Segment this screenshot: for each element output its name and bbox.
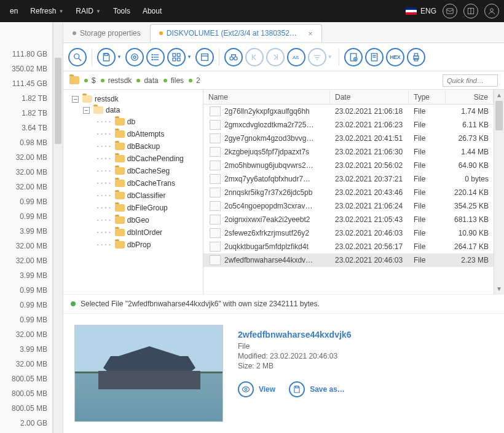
print-button[interactable] bbox=[407, 48, 425, 66]
storage-size-item[interactable]: 3.99 MB bbox=[0, 268, 52, 283]
tab-diskvolume[interactable]: DISKVOLUME1 (Ext2/3/4 at 13803520 on WD_… bbox=[150, 24, 322, 42]
storage-size-item[interactable]: 3.64 TB bbox=[0, 121, 52, 135]
col-name[interactable]: Name bbox=[203, 90, 330, 104]
storage-size-item[interactable]: 32.00 MB bbox=[0, 150, 52, 165]
storage-size-item[interactable]: 800.05 MB bbox=[0, 401, 52, 416]
storage-size-item[interactable]: 32.00 MB bbox=[0, 253, 52, 268]
eye-icon bbox=[238, 381, 254, 397]
storage-size-item[interactable]: 0.99 MB bbox=[0, 209, 52, 224]
file-row[interactable]: 2mxq7yy6atofqbfxhudr7…23.02.2021 20:37:2… bbox=[203, 172, 494, 186]
menu-tools[interactable]: Tools bbox=[108, 4, 135, 18]
file-scrollbar[interactable]: ▲ ▼ bbox=[494, 90, 504, 294]
tree-node[interactable]: ····dbAttempts bbox=[66, 128, 200, 140]
storage-size-item[interactable]: 32.00 MB bbox=[0, 431, 52, 433]
storage-size-item[interactable]: 3.99 MB bbox=[0, 342, 52, 357]
storage-size-item[interactable]: 1.82 TB bbox=[0, 106, 52, 121]
case-button[interactable]: Aß bbox=[287, 48, 305, 66]
filter-button[interactable] bbox=[308, 48, 326, 66]
tree-node[interactable]: ····dbGeo bbox=[66, 214, 200, 226]
storage-size-item[interactable]: 0.99 MB bbox=[0, 283, 52, 298]
file-row[interactable]: 2uqkktbugar5mfdplzfikd4t23.02.2021 20:56… bbox=[203, 240, 494, 253]
storage-size-item[interactable]: 1.82 TB bbox=[0, 91, 52, 106]
tab-storage-properties[interactable]: Storage properties bbox=[63, 24, 150, 42]
menu-about[interactable]: About bbox=[138, 4, 167, 18]
file-row[interactable]: 2mo5hbwnug6jubqvwrs2…23.02.2021 20:56:02… bbox=[203, 159, 494, 172]
file-header: Name Date Type Size bbox=[203, 90, 494, 105]
tree-node[interactable]: ····dbClassifier bbox=[66, 189, 200, 202]
grid-button[interactable] bbox=[167, 48, 186, 66]
storage-size-item[interactable]: 111.80 GB bbox=[0, 47, 52, 62]
menu-raid[interactable]: RAID▼ bbox=[71, 4, 106, 18]
preview-thumbnail bbox=[74, 325, 223, 422]
prev-button[interactable] bbox=[245, 48, 264, 66]
status-text: Selected File "2wfedfbnwaharse44kxdvjk6"… bbox=[81, 300, 320, 308]
export-button[interactable] bbox=[344, 48, 363, 66]
storage-size-item[interactable]: 32.00 MB bbox=[0, 327, 52, 342]
file-row[interactable]: 2gmxcdvglozdtkma2r725…23.02.2021 21:06:2… bbox=[203, 118, 494, 132]
file-row[interactable]: 2nnqskr5ikg7r37x26jdc5pb23.02.2021 20:43… bbox=[203, 186, 494, 199]
storage-size-item[interactable]: 32.00 MB bbox=[0, 165, 52, 180]
col-size[interactable]: Size bbox=[446, 90, 494, 104]
close-icon[interactable]: × bbox=[308, 29, 313, 38]
user-button[interactable] bbox=[484, 4, 499, 18]
storage-size-item[interactable]: 0.98 MB bbox=[0, 135, 52, 150]
panel-button[interactable] bbox=[463, 4, 478, 18]
file-row[interactable]: 2gye7gnokm4gzod3bvvg…23.02.2021 20:41:51… bbox=[203, 132, 494, 145]
col-type[interactable]: Type bbox=[409, 90, 446, 104]
tree-node-data[interactable]: −data bbox=[66, 105, 200, 116]
target-button[interactable] bbox=[125, 48, 144, 66]
file-row[interactable]: 2oignxixwxi7eak2i2yeebt223.02.2021 21:05… bbox=[203, 213, 494, 226]
storage-size-item[interactable]: 3.99 MB bbox=[0, 224, 52, 239]
storage-size-item[interactable]: 800.05 MB bbox=[0, 386, 52, 401]
tree-node-restsdk[interactable]: −restsdk bbox=[66, 93, 200, 105]
view-button[interactable]: View bbox=[238, 381, 275, 397]
storage-size-item[interactable]: 32.00 MB bbox=[0, 239, 52, 253]
storage-size-item[interactable]: 0.99 MB bbox=[0, 298, 52, 312]
crumb-root[interactable]: $ bbox=[84, 76, 96, 85]
file-row[interactable]: 2o5c4ngoepopdm3cxrav…23.02.2021 21:06:24… bbox=[203, 199, 494, 213]
crumb-2[interactable]: 2 bbox=[189, 76, 200, 85]
storage-size-item[interactable]: 0.99 MB bbox=[0, 312, 52, 327]
tree-node[interactable]: ····dbCacheTrans bbox=[66, 177, 200, 189]
crumb-data[interactable]: data bbox=[136, 76, 158, 85]
binoculars-button[interactable] bbox=[224, 48, 243, 66]
status-bar: Selected File "2wfedfbnwaharse44kxdvjk6"… bbox=[63, 294, 504, 313]
storage-size-item[interactable]: 2.00 GB bbox=[0, 416, 52, 431]
tree-node[interactable]: ····dbBackup bbox=[66, 140, 200, 153]
storage-size-item[interactable]: 350.02 MB bbox=[0, 62, 52, 76]
storage-size-item[interactable]: 800.05 MB bbox=[0, 371, 52, 386]
tree-node[interactable]: ····dbCachePending bbox=[66, 153, 200, 165]
list-button[interactable] bbox=[146, 48, 165, 66]
hex-button[interactable]: HEX bbox=[386, 48, 404, 66]
window-button[interactable] bbox=[195, 48, 214, 66]
language-selector[interactable]: ENG bbox=[406, 7, 436, 15]
tree-node[interactable]: ····dbIntOrder bbox=[66, 226, 200, 239]
storage-size-item[interactable]: 32.00 MB bbox=[0, 180, 52, 194]
search-button[interactable] bbox=[68, 48, 87, 66]
menu-open[interactable]: en bbox=[5, 4, 23, 18]
save-as-button[interactable]: Save as… bbox=[289, 381, 345, 397]
file-row[interactable]: 2kzgbejuqs5fpf7jdpazxt7s23.02.2021 21:06… bbox=[203, 145, 494, 159]
tree-node[interactable]: ····dbCacheSeg bbox=[66, 165, 200, 177]
next-button[interactable] bbox=[266, 48, 285, 66]
storage-size-item[interactable]: 32.00 MB bbox=[0, 357, 52, 371]
tree-node[interactable]: ····dbProp bbox=[66, 239, 200, 251]
file-row[interactable]: 2g76lln2ykxpfgxaulfgq6hh23.02.2021 21:06… bbox=[203, 105, 494, 118]
save-button[interactable] bbox=[97, 48, 116, 66]
notifications-button[interactable] bbox=[443, 4, 457, 18]
crumb-restsdk[interactable]: restsdk bbox=[101, 76, 132, 85]
preview-size: Size: 2 MB bbox=[238, 362, 351, 370]
file-row[interactable]: 2sfewez6xfrkzrjmsutf26y223.02.2021 20:46… bbox=[203, 226, 494, 240]
quick-find-input[interactable] bbox=[443, 74, 498, 87]
storage-size-item[interactable]: 111.45 GB bbox=[0, 76, 52, 91]
file-row[interactable]: 2wfedfbnwaharse44kxdv…23.02.2021 20:46:0… bbox=[203, 253, 494, 267]
storage-size-item[interactable]: 0.99 MB bbox=[0, 194, 52, 209]
storage-scrollbar[interactable] bbox=[53, 22, 63, 433]
doc-button[interactable] bbox=[365, 48, 384, 66]
crumb-files[interactable]: files bbox=[163, 76, 184, 85]
svg-point-13 bbox=[152, 57, 152, 57]
tree-node[interactable]: ····db bbox=[66, 116, 200, 128]
tree-node[interactable]: ····dbFileGroup bbox=[66, 202, 200, 214]
col-date[interactable]: Date bbox=[330, 90, 409, 104]
menu-refresh[interactable]: Refresh▼ bbox=[25, 4, 68, 18]
